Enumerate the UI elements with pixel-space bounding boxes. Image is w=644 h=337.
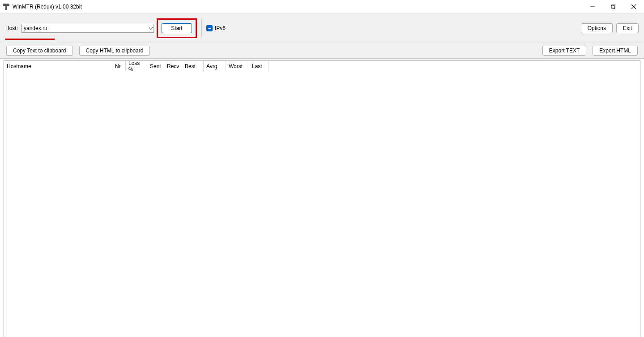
results-list[interactable]: Hostname Nr Loss % Sent Recv Best Avrg W…	[4, 60, 640, 337]
column-best[interactable]: Best	[182, 61, 204, 71]
window-controls	[582, 0, 644, 13]
copy-html-button[interactable]: Copy HTML to clipboard	[79, 46, 150, 56]
annotation-underline	[5, 39, 55, 40]
ipv6-label: IPv6	[215, 25, 226, 31]
column-nr[interactable]: Nr	[112, 61, 126, 71]
svg-rect-3	[611, 5, 614, 9]
svg-rect-0	[3, 4, 9, 6]
ipv6-checkbox[interactable]	[206, 25, 213, 31]
column-recv[interactable]: Recv	[164, 61, 182, 71]
results-header: Hostname Nr Loss % Sent Recv Best Avrg W…	[4, 61, 640, 72]
column-last[interactable]: Last	[249, 61, 269, 71]
options-button[interactable]: Options	[581, 23, 613, 33]
host-label: Host:	[5, 25, 18, 31]
titlebar: WinMTR (Redux) v1.00 32bit	[0, 0, 644, 13]
export-html-button[interactable]: Export HTML	[593, 46, 638, 56]
close-button[interactable]	[623, 0, 644, 13]
main-toolbar: Host: Start IPv6 Options Exit	[0, 13, 644, 43]
column-loss[interactable]: Loss %	[126, 61, 147, 71]
export-text-button[interactable]: Export TEXT	[542, 46, 586, 56]
secondary-toolbar: Copy Text to clipboard Copy HTML to clip…	[0, 43, 644, 59]
column-sent[interactable]: Sent	[147, 61, 164, 71]
host-input[interactable]	[21, 24, 154, 33]
column-hostname[interactable]: Hostname	[4, 61, 112, 71]
app-icon	[3, 3, 10, 10]
svg-rect-1	[5, 6, 7, 10]
svg-rect-4	[612, 4, 615, 8]
ipv6-option: IPv6	[206, 25, 226, 31]
host-input-wrapper	[21, 24, 154, 33]
column-avrg[interactable]: Avrg	[204, 61, 226, 71]
window-title: WinMTR (Redux) v1.00 32bit	[13, 4, 82, 10]
separator	[201, 19, 202, 37]
copy-text-button[interactable]: Copy Text to clipboard	[6, 46, 73, 56]
minimize-button[interactable]	[582, 0, 603, 13]
highlight-box: Start	[157, 18, 197, 38]
column-worst[interactable]: Worst	[226, 61, 249, 71]
maximize-button[interactable]	[603, 0, 623, 13]
start-button[interactable]: Start	[162, 23, 192, 33]
exit-button[interactable]: Exit	[616, 23, 639, 33]
